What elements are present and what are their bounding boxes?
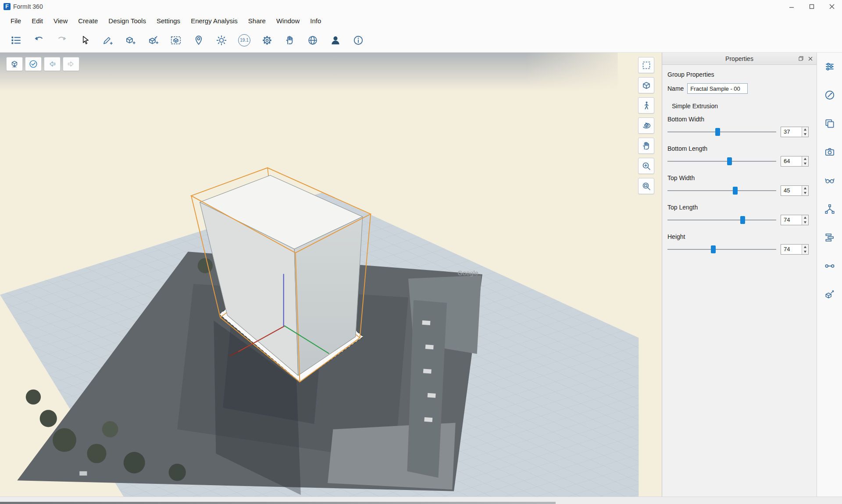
top-width-slider[interactable]	[667, 187, 776, 195]
settings-button[interactable]	[257, 30, 277, 50]
context-toolbar	[6, 57, 79, 71]
next-button[interactable]	[63, 57, 79, 71]
sun-icon	[216, 35, 227, 46]
properties-header[interactable]: Properties	[662, 53, 817, 65]
menu-file[interactable]: File	[5, 14, 26, 27]
menu-list-button[interactable]	[6, 30, 26, 50]
zoom-in-button[interactable]	[638, 158, 654, 174]
right-sidebar	[817, 53, 842, 497]
spin-down-button[interactable]	[802, 220, 808, 225]
spin-up-button[interactable]	[802, 127, 808, 132]
spin-up-button[interactable]	[802, 215, 808, 220]
connectors-tab-button[interactable]	[823, 259, 837, 273]
name-input[interactable]	[687, 83, 748, 94]
materials-tab-button[interactable]	[823, 88, 837, 102]
export-tab-button[interactable]	[823, 287, 837, 302]
confirm-button[interactable]	[25, 57, 42, 71]
scenes-tab-button[interactable]	[823, 145, 837, 159]
bottom-length-value[interactable]: 64	[781, 156, 802, 166]
visual-styles-tab-button[interactable]	[823, 174, 837, 188]
pan-hand-button[interactable]	[280, 30, 300, 50]
location-button[interactable]	[189, 30, 209, 50]
top-width-label: Top Width	[667, 174, 809, 181]
menu-share[interactable]: Share	[243, 14, 271, 27]
slider-handle[interactable]	[727, 157, 732, 165]
slider-handle[interactable]	[740, 216, 745, 224]
minimize-button[interactable]	[781, 0, 802, 13]
haze-fade	[526, 53, 639, 91]
spin-down-button[interactable]	[802, 132, 808, 137]
top-width-spinbox[interactable]: 45	[781, 185, 809, 196]
pan-button[interactable]	[638, 138, 654, 154]
menu-view[interactable]: View	[48, 14, 73, 27]
select-region-button[interactable]	[638, 57, 654, 73]
close-panel-button[interactable]	[807, 55, 814, 62]
context-cube-button[interactable]	[6, 57, 23, 71]
undo-button[interactable]	[29, 30, 49, 50]
layers-icon	[824, 118, 835, 129]
slider-handle[interactable]	[711, 245, 716, 253]
bottom-length-spinbox[interactable]: 64	[781, 156, 809, 167]
version-button[interactable]: 19.1	[234, 30, 254, 50]
back-arrow-icon	[47, 59, 57, 69]
view-cube-button[interactable]	[638, 77, 654, 93]
scene-3d: Google	[0, 53, 662, 497]
forward-arrow-icon	[66, 59, 76, 69]
plugins-tab-button[interactable]	[823, 202, 837, 216]
height-spinbox[interactable]: 74	[781, 244, 809, 255]
menu-energy-analysis[interactable]: Energy Analysis	[186, 14, 243, 27]
height-value[interactable]: 74	[781, 245, 802, 254]
sketch-button[interactable]	[97, 30, 118, 50]
redo-button[interactable]	[52, 30, 72, 50]
zoom-window-button[interactable]	[638, 178, 654, 194]
globe-icon	[307, 35, 318, 46]
close-button[interactable]	[822, 0, 842, 13]
spin-up-button[interactable]	[802, 156, 808, 161]
info-button[interactable]	[348, 30, 368, 50]
previous-button[interactable]	[44, 57, 61, 71]
menu-window[interactable]: Window	[271, 14, 305, 27]
walk-person-icon	[641, 100, 652, 111]
add-shape-button[interactable]	[120, 30, 140, 50]
window-title: FormIt 360	[13, 3, 43, 10]
place-shape-button[interactable]	[143, 30, 163, 50]
top-width-value[interactable]: 45	[781, 186, 802, 195]
bottom-length-slider[interactable]	[667, 157, 776, 165]
layers-tab-button[interactable]	[823, 117, 837, 131]
menu-create[interactable]: Create	[73, 14, 103, 27]
menu-settings[interactable]: Settings	[151, 14, 186, 27]
spin-down-button[interactable]	[802, 161, 808, 166]
bottom-length-label: Bottom Length	[667, 145, 809, 152]
top-length-spinbox[interactable]: 74	[781, 215, 809, 225]
spin-down-button[interactable]	[802, 249, 808, 254]
close-panel-icon	[808, 57, 813, 61]
bottom-width-value[interactable]: 37	[781, 127, 802, 137]
bottom-width-slider[interactable]	[667, 128, 776, 136]
bottom-width-spinbox[interactable]: 37	[781, 127, 809, 137]
menu-edit[interactable]: Edit	[26, 14, 48, 27]
spin-down-button[interactable]	[802, 191, 808, 195]
maximize-button[interactable]	[802, 0, 822, 13]
top-length-slider[interactable]	[667, 216, 776, 224]
menu-design-tools[interactable]: Design Tools	[103, 14, 151, 27]
spin-up-button[interactable]	[802, 245, 808, 249]
group-objects-button[interactable]	[166, 30, 186, 50]
orbit-button[interactable]	[638, 117, 654, 134]
menu-info[interactable]: Info	[305, 14, 326, 27]
properties-tab-button[interactable]	[823, 60, 837, 74]
float-panel-button[interactable]	[797, 55, 804, 62]
walkthrough-button[interactable]	[638, 97, 654, 114]
slider-handle[interactable]	[715, 128, 720, 136]
levels-tab-button[interactable]	[823, 231, 837, 245]
spin-up-button[interactable]	[802, 186, 808, 191]
context-cube-icon	[10, 59, 19, 69]
height-slider[interactable]	[667, 245, 776, 253]
top-length-value[interactable]: 74	[781, 215, 802, 225]
account-button[interactable]	[325, 30, 346, 50]
viewport-3d[interactable]: Google	[0, 53, 662, 497]
zoom-in-icon	[641, 161, 652, 171]
slider-handle[interactable]	[733, 187, 738, 195]
sun-shadows-button[interactable]	[211, 30, 232, 50]
select-cursor-button[interactable]	[75, 30, 95, 50]
share-globe-button[interactable]	[303, 30, 323, 50]
